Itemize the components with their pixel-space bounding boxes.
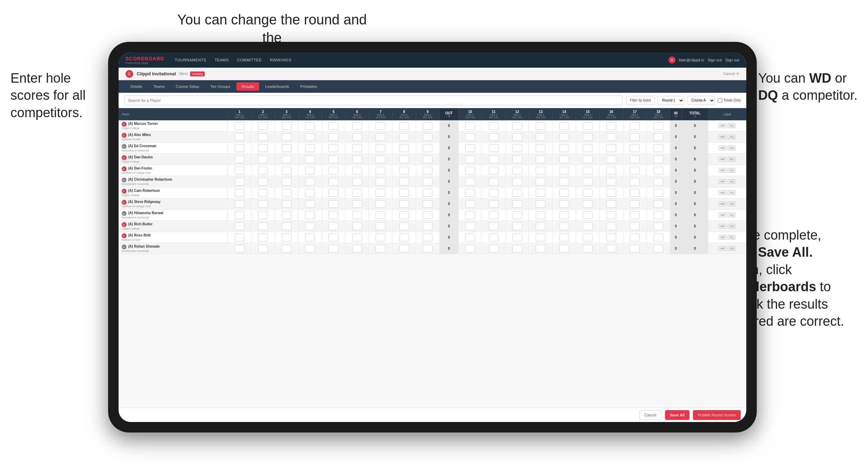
wd-button[interactable]: WD [719, 235, 727, 240]
score-input-hole-4[interactable] [305, 223, 315, 230]
score-input-hole-16[interactable] [606, 167, 616, 174]
score-input-hole-2[interactable] [258, 211, 268, 219]
sign-out-link[interactable]: Sign out [708, 58, 722, 62]
score-input-hole-9[interactable] [423, 200, 432, 208]
dq-button[interactable]: DQ [728, 123, 735, 128]
wd-button[interactable]: WD [719, 202, 727, 206]
score-input-hole-3[interactable] [282, 133, 292, 141]
score-input-hole-14[interactable] [559, 223, 569, 230]
wd-button[interactable]: WD [719, 168, 727, 173]
dq-button[interactable]: DQ [728, 235, 735, 240]
score-input-hole-17[interactable] [630, 133, 640, 141]
score-input-hole-9[interactable] [423, 211, 432, 219]
score-input-hole-10[interactable] [465, 133, 475, 141]
score-input-hole-7[interactable] [376, 133, 385, 141]
score-input-hole-18[interactable] [654, 156, 663, 163]
score-input-hole-17[interactable] [630, 167, 640, 174]
score-input-hole-17[interactable] [630, 234, 640, 241]
score-input-hole-16[interactable] [606, 211, 616, 219]
score-input-hole-18[interactable] [654, 234, 663, 241]
score-input-hole-1[interactable] [235, 223, 244, 230]
score-input-hole-1[interactable] [235, 189, 244, 197]
score-input-hole-11[interactable] [489, 167, 499, 174]
score-input-hole-5[interactable] [329, 156, 338, 163]
score-input-hole-7[interactable] [376, 234, 385, 241]
score-input-hole-3[interactable] [282, 178, 292, 186]
score-input-hole-4[interactable] [305, 200, 315, 208]
score-input-hole-3[interactable] [282, 144, 292, 152]
score-input-hole-18[interactable] [654, 178, 663, 186]
tab-teams[interactable]: Teams [149, 82, 169, 91]
score-input-hole-6[interactable] [352, 223, 362, 230]
score-input-hole-12[interactable] [512, 178, 522, 186]
score-input-hole-10[interactable] [465, 234, 475, 241]
dq-button[interactable]: DQ [728, 224, 735, 228]
score-input-hole-7[interactable] [376, 144, 385, 152]
score-input-hole-2[interactable] [258, 144, 268, 152]
score-input-hole-13[interactable] [536, 156, 545, 163]
score-input-hole-15[interactable] [583, 122, 592, 130]
score-input-hole-12[interactable] [512, 167, 522, 174]
score-input-hole-11[interactable] [489, 133, 499, 141]
score-input-hole-17[interactable] [630, 211, 640, 219]
score-input-hole-8[interactable] [399, 133, 409, 141]
score-input-hole-18[interactable] [654, 133, 663, 141]
search-input[interactable] [124, 96, 622, 105]
score-input-hole-4[interactable] [305, 122, 315, 130]
score-input-hole-7[interactable] [376, 189, 385, 197]
score-input-hole-1[interactable] [235, 200, 244, 208]
round-select[interactable]: Round 1 [658, 96, 684, 105]
score-input-hole-4[interactable] [305, 245, 315, 253]
score-input-hole-2[interactable] [258, 133, 268, 141]
score-input-hole-16[interactable] [606, 189, 616, 197]
score-input-hole-3[interactable] [282, 156, 292, 163]
score-input-hole-9[interactable] [423, 133, 432, 141]
score-input-hole-2[interactable] [258, 122, 268, 130]
score-input-hole-15[interactable] [583, 245, 592, 253]
score-input-hole-15[interactable] [583, 167, 592, 174]
score-input-hole-8[interactable] [399, 200, 409, 208]
score-input-hole-9[interactable] [423, 189, 432, 197]
score-input-hole-10[interactable] [465, 245, 475, 253]
dq-button[interactable]: DQ [728, 246, 735, 251]
score-input-hole-16[interactable] [606, 133, 616, 141]
score-input-hole-13[interactable] [536, 167, 545, 174]
score-input-hole-18[interactable] [654, 245, 663, 253]
score-input-hole-7[interactable] [376, 122, 385, 130]
score-input-hole-6[interactable] [352, 144, 362, 152]
score-input-hole-13[interactable] [536, 223, 545, 230]
save-all-button[interactable]: Save All [665, 410, 689, 420]
score-input-hole-11[interactable] [489, 122, 499, 130]
score-input-hole-9[interactable] [423, 245, 432, 253]
score-input-hole-17[interactable] [630, 156, 640, 163]
score-input-hole-17[interactable] [630, 189, 640, 197]
nav-committee[interactable]: COMMITTEE [237, 58, 262, 62]
wd-button[interactable]: WD [719, 135, 727, 139]
score-input-hole-14[interactable] [559, 144, 569, 152]
score-input-hole-15[interactable] [583, 156, 592, 163]
score-input-hole-6[interactable] [352, 178, 362, 186]
score-input-hole-5[interactable] [329, 245, 338, 253]
score-input-hole-11[interactable] [489, 245, 499, 253]
score-input-hole-13[interactable] [536, 245, 545, 253]
sign-out-text[interactable]: Sign out [725, 58, 739, 62]
score-input-hole-9[interactable] [423, 144, 432, 152]
score-input-hole-14[interactable] [559, 167, 569, 174]
score-input-hole-6[interactable] [352, 234, 362, 241]
score-input-hole-13[interactable] [536, 178, 545, 186]
score-input-hole-5[interactable] [329, 189, 338, 197]
score-input-hole-8[interactable] [399, 234, 409, 241]
score-input-hole-17[interactable] [630, 223, 640, 230]
score-input-hole-5[interactable] [329, 211, 338, 219]
score-input-hole-8[interactable] [399, 211, 409, 219]
score-input-hole-15[interactable] [583, 133, 592, 141]
score-input-hole-3[interactable] [282, 189, 292, 197]
score-input-hole-18[interactable] [654, 122, 663, 130]
score-input-hole-15[interactable] [583, 200, 592, 208]
score-input-hole-11[interactable] [489, 189, 499, 197]
score-input-hole-15[interactable] [583, 234, 592, 241]
score-input-hole-1[interactable] [235, 245, 244, 253]
score-input-hole-12[interactable] [512, 223, 522, 230]
score-input-hole-10[interactable] [465, 167, 475, 174]
score-input-hole-17[interactable] [630, 200, 640, 208]
